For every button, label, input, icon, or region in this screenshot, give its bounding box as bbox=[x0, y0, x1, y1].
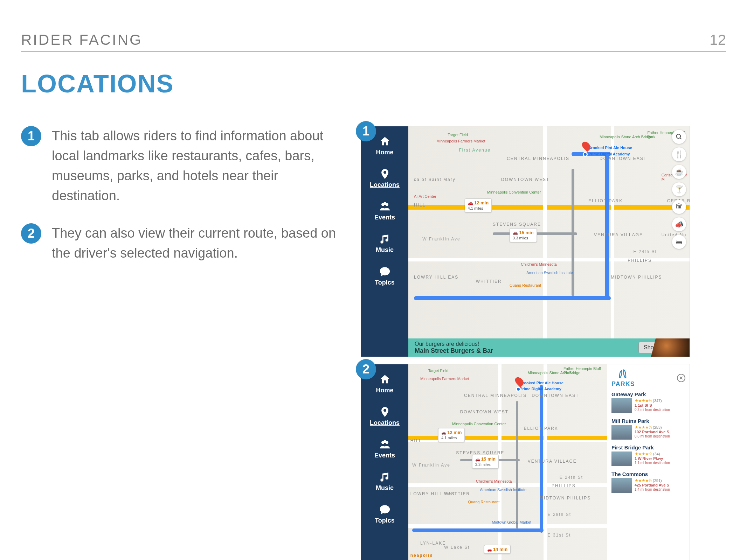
search-icon[interactable] bbox=[672, 130, 686, 144]
destination-label: Prime Digital Academy bbox=[588, 152, 630, 156]
page-number: 12 bbox=[710, 31, 726, 48]
map-view[interactable]: CENTRAL MINNEAPOLIS DOWNTOWN WEST DOWNTO… bbox=[408, 364, 607, 560]
home-icon bbox=[379, 135, 391, 147]
nav-label: Music bbox=[376, 246, 394, 254]
svg-point-7 bbox=[383, 440, 386, 443]
poi-card[interactable]: Mill Ruins Park★★★★½ (253)102 Portland A… bbox=[611, 418, 685, 440]
restaurant-icon[interactable]: 🍴 bbox=[672, 147, 686, 161]
nav-music[interactable]: Music bbox=[361, 469, 408, 494]
locations-panel: PARKS ✕ Gateway Park★★★★½ (347)1 1st St … bbox=[607, 364, 690, 560]
poi-label: Minneapolis Convention Center bbox=[452, 422, 506, 426]
home-icon bbox=[379, 373, 391, 385]
nav-music[interactable]: Music bbox=[361, 231, 408, 256]
section-label: RIDER FACING bbox=[21, 31, 143, 48]
ad-banner: Our burgers are delicious! Main Street B… bbox=[408, 338, 690, 357]
callout-badge-2: 2 bbox=[356, 359, 376, 379]
poi-thumbnail bbox=[611, 398, 632, 413]
poi-distance: 0.2 mi from destination bbox=[635, 408, 670, 412]
neighborhood-label: CENTRAL MINNEAPOLIS bbox=[464, 393, 527, 398]
users-icon bbox=[379, 201, 391, 212]
cafe-icon[interactable]: ☕ bbox=[672, 165, 686, 179]
poi-address: 1 1st St S bbox=[635, 403, 652, 407]
music-icon bbox=[379, 233, 391, 245]
bullet-badge-1: 1 bbox=[21, 126, 41, 146]
bar-icon[interactable]: 🍸 bbox=[672, 182, 686, 196]
close-icon[interactable]: ✕ bbox=[677, 374, 685, 382]
poi-label: American Swedish Institute bbox=[480, 488, 526, 492]
nav-label: Locations bbox=[370, 181, 400, 189]
nav-locations[interactable]: Locations bbox=[361, 166, 408, 191]
street-label: E 24th St bbox=[560, 475, 583, 480]
nav-locations[interactable]: Locations bbox=[361, 404, 408, 429]
neighborhood-label: MIDTOWN PHILLIPS bbox=[540, 496, 591, 500]
neighborhood-label: PHILLIPS bbox=[628, 258, 652, 263]
star-rating: ★★★★½ bbox=[635, 425, 652, 430]
ad-image bbox=[651, 338, 690, 357]
poi-label: American Swedish Institute bbox=[526, 271, 573, 275]
ad-tagline: Our burgers are delicious! bbox=[415, 341, 631, 347]
neighborhood-label: CENTRAL MINNEAPOLIS bbox=[507, 156, 569, 161]
neighborhood-label: LYN-LAKE bbox=[420, 541, 446, 546]
chat-icon bbox=[379, 504, 391, 516]
bullet-list: 1 This tab allows riders to find informa… bbox=[21, 126, 347, 560]
poi-label: Minneapolis Farmers Market bbox=[420, 377, 469, 381]
poi-card[interactable]: Gateway Park★★★★½ (347)1 1st St S0.2 mi … bbox=[611, 391, 685, 413]
nav-topics[interactable]: Topics bbox=[361, 502, 408, 526]
chat-icon bbox=[379, 266, 391, 278]
nav-label: Home bbox=[376, 387, 393, 394]
hotel-icon[interactable]: 🛏 bbox=[672, 235, 686, 249]
neighborhood-label: MIDTOWN PHILLIPS bbox=[611, 275, 662, 280]
poi-label: Quang Restaurant bbox=[468, 500, 499, 504]
poi-label: Quang Restaurant bbox=[510, 283, 541, 287]
review-count: (347) bbox=[653, 399, 662, 403]
poi-thumbnail bbox=[611, 451, 632, 466]
poi-card[interactable]: The Commons★★★★½ (291)425 Portland Ave S… bbox=[611, 471, 685, 493]
parks-icon bbox=[615, 368, 631, 380]
route-info-bubble: 🚗 15 min3.3 miles bbox=[472, 455, 499, 469]
neighborhood-label: DOWNTOWN WEST bbox=[460, 410, 509, 414]
nav-events[interactable]: Events bbox=[361, 436, 408, 461]
poi-label: Target Field bbox=[448, 133, 468, 137]
ad-business: Main Street Burgers & Bar bbox=[415, 347, 631, 355]
map-view[interactable]: CENTRAL MINNEAPOLIS DOWNTOWN WEST DOWNTO… bbox=[408, 126, 690, 338]
pin-icon bbox=[379, 406, 391, 418]
poi-address: 102 Portland Ave S bbox=[635, 430, 669, 434]
map-category-tools: 🍴 ☕ 🍸 🏛 📣 🛏 bbox=[672, 130, 686, 249]
poi-label: Midtown Global Market bbox=[492, 520, 532, 524]
neighborhood-label: VENTURA VILLAGE bbox=[528, 459, 577, 464]
neighborhood-label: ELLIOT PARK bbox=[588, 198, 623, 203]
nav-label: Home bbox=[376, 149, 393, 156]
review-count: (253) bbox=[653, 425, 662, 429]
star-rating: ★★★★☆ bbox=[635, 451, 652, 456]
park-label: Minneapolis Stone Arch Bridge bbox=[528, 371, 580, 375]
destination-label: Crooked Pint Ale House bbox=[520, 381, 563, 385]
poi-address: 425 Portland Ave S bbox=[635, 483, 669, 487]
bullet-text-1: This tab allows riders to find informati… bbox=[52, 126, 347, 206]
neighborhood-label: STEVENS SQUARE bbox=[493, 222, 541, 227]
app-screenshot-1: HomeLocationsEventsMusicTopics CENTRAL M… bbox=[361, 126, 690, 357]
poi-name: Mill Ruins Park bbox=[611, 418, 685, 424]
announce-icon[interactable]: 📣 bbox=[672, 217, 686, 231]
neighborhood-label: WHITTIER bbox=[476, 279, 502, 284]
poi-name: The Commons bbox=[611, 471, 685, 477]
star-rating: ★★★★½ bbox=[635, 478, 652, 483]
nav-topics[interactable]: Topics bbox=[361, 264, 408, 288]
callout-badge-1: 1 bbox=[356, 121, 376, 141]
route-info-bubble: 🚗 14 min bbox=[484, 545, 511, 554]
bullet-text-2: They can also view their current route, … bbox=[52, 223, 347, 263]
review-count: (34) bbox=[653, 452, 660, 456]
poi-name: First Bridge Park bbox=[611, 444, 685, 450]
street-label: E 28th St bbox=[548, 512, 571, 517]
poi-card[interactable]: First Bridge Park★★★★☆ (34)1 W River Pkw… bbox=[611, 444, 685, 466]
street-label: W Franklin Ave bbox=[412, 463, 450, 468]
nav-label: Events bbox=[374, 452, 395, 459]
slide-title: LOCATIONS bbox=[21, 69, 726, 98]
street-label: E 31st St bbox=[548, 533, 571, 538]
bullet-item: 2 They can also view their current route… bbox=[21, 223, 347, 263]
slide-header: RIDER FACING 12 bbox=[21, 31, 726, 52]
bullet-item: 1 This tab allows riders to find informa… bbox=[21, 126, 347, 206]
nav-label: Locations bbox=[370, 419, 400, 427]
nav-events[interactable]: Events bbox=[361, 198, 408, 223]
nav-label: Topics bbox=[375, 517, 395, 524]
museum-icon[interactable]: 🏛 bbox=[672, 200, 686, 214]
